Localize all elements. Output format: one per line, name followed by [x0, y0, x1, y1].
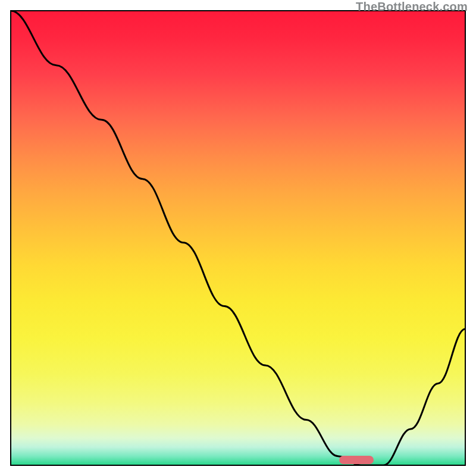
bottleneck-curve: [11, 11, 465, 465]
optimal-marker: [339, 456, 374, 464]
watermark: TheBottleneck.com: [356, 0, 468, 14]
